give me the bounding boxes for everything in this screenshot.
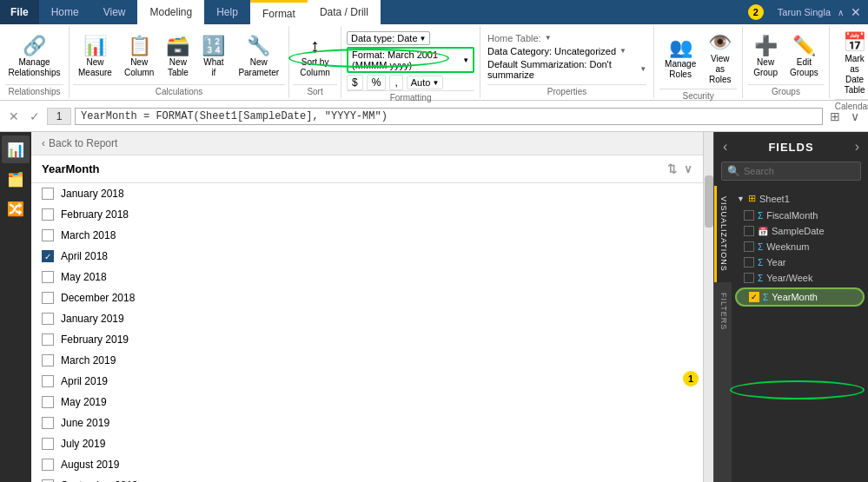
new-measure-button[interactable]: 📊 New Measure <box>73 31 117 82</box>
tree-item[interactable]: 📅SampleDate <box>732 223 868 239</box>
manage-relationships-button[interactable]: 🔗 Manage Relationships <box>4 31 63 82</box>
column-list-item[interactable]: ✓April 2018 <box>31 246 703 267</box>
tree-item-label: YearMonth <box>772 292 818 302</box>
tree-item-checkbox <box>744 226 754 236</box>
formula-check[interactable]: ✓ <box>26 109 43 123</box>
formula-input[interactable]: YearMonth = FORMAT(Sheet1[SampleDate], "… <box>75 108 823 125</box>
edit-groups-label: Edit Groups <box>790 57 818 78</box>
calendar-icon: 📅 <box>758 227 768 236</box>
tab-data-drill[interactable]: Data / Drill <box>308 0 381 24</box>
new-parameter-label: New Parameter <box>238 57 279 78</box>
column-item-label: January 2019 <box>61 313 124 325</box>
column-item-label: January 2018 <box>61 188 124 200</box>
home-table-arrow: ▼ <box>545 34 552 42</box>
scrollbar-track[interactable] <box>705 175 713 228</box>
nav-data-icon[interactable]: 🗂️ <box>2 165 30 193</box>
column-list-item[interactable]: August 2019 <box>31 454 703 475</box>
tree-item-label: FiscalMonth <box>766 210 818 221</box>
column-list-item[interactable]: July 2019 <box>31 433 703 454</box>
tree-item[interactable]: ΣYear <box>732 254 868 270</box>
tab-home[interactable]: Home <box>39 0 91 24</box>
tree-item[interactable]: ✓ΣYearMonth <box>735 287 865 307</box>
fields-search-input[interactable] <box>744 166 855 176</box>
format-dropdown[interactable]: Format: March 2001 (MMMM yyyy) ▼ <box>347 47 474 73</box>
column-name-label: YearMonth <box>42 162 99 175</box>
back-to-report-button[interactable]: ‹ Back to Report <box>31 132 703 155</box>
tree-item[interactable]: ΣYear/Week <box>732 270 868 286</box>
formula-row-num: 1 <box>47 108 71 125</box>
what-if-icon: 🔢 <box>202 35 225 57</box>
nav-report-icon[interactable]: 📊 <box>2 135 30 163</box>
close-icon[interactable]: ✕ <box>844 0 868 24</box>
auto-label: Auto <box>411 77 431 88</box>
edit-groups-button[interactable]: ✏️ Edit Groups <box>785 31 824 82</box>
tab-view[interactable]: View <box>91 0 138 24</box>
column-list-item[interactable]: March 2019 <box>31 350 703 371</box>
tree-item[interactable]: ΣFiscalMonth <box>732 208 868 223</box>
view-as-roles-label: View as Roles <box>708 54 732 85</box>
data-type-label: Data type: Date <box>351 33 417 43</box>
tree-item-checkbox <box>744 257 754 267</box>
column-sort-icon[interactable]: ⇅ <box>667 162 677 175</box>
what-if-button[interactable]: 🔢 What if <box>196 31 230 82</box>
tree-item-checkbox <box>744 241 754 252</box>
comma-button[interactable]: , <box>389 75 402 90</box>
sort-by-column-icon: ↕️ <box>310 35 320 57</box>
view-as-roles-button[interactable]: 👁️ View as Roles <box>703 28 737 89</box>
percent-button[interactable]: % <box>367 75 387 90</box>
column-item-label: April 2018 <box>61 250 108 262</box>
tab-visualizations[interactable]: VISUALIZATIONS <box>714 186 732 282</box>
column-list-item[interactable]: September 2019 <box>31 475 703 482</box>
tree-item[interactable]: ΣWeeknum <box>732 239 868 254</box>
tab-help[interactable]: Help <box>204 0 250 24</box>
column-item-label: May 2019 <box>61 396 107 408</box>
fields-panel-title: FIELDS <box>768 141 813 154</box>
new-group-label: New Group <box>753 57 778 78</box>
column-list-item[interactable]: January 2018 <box>31 183 703 204</box>
formula-cross[interactable]: ✕ <box>5 109 23 123</box>
fields-panel-left-arrow[interactable]: ‹ <box>723 139 727 155</box>
ribbon-group-sort: ↕️ Sort by Column Sort <box>289 26 341 98</box>
new-measure-label: New Measure <box>78 57 112 78</box>
column-list-item[interactable]: April 2019 <box>31 371 703 392</box>
nav-model-icon[interactable]: 🔀 <box>2 195 30 222</box>
column-item-label: March 2018 <box>61 229 116 241</box>
tab-filters[interactable]: FILTERS <box>714 282 732 340</box>
new-parameter-button[interactable]: 🔧 New Parameter <box>232 30 285 83</box>
tree-item-checkbox: ✓ <box>749 292 759 302</box>
tab-format[interactable]: Format <box>250 0 308 24</box>
column-list: January 2018February 2018March 2018✓Apri… <box>31 183 703 482</box>
column-list-item[interactable]: December 2018 <box>31 287 703 308</box>
new-column-button[interactable]: 📋 New Column <box>119 31 159 82</box>
new-group-button[interactable]: ➕ New Group <box>748 31 783 82</box>
data-category-label: Data Category: Uncategorized <box>487 46 616 56</box>
column-item-label: March 2019 <box>61 354 116 366</box>
tab-modeling[interactable]: Modeling <box>137 0 204 24</box>
column-filter-icon[interactable]: ∨ <box>684 162 692 175</box>
column-list-item[interactable]: February 2018 <box>31 204 703 225</box>
data-type-dropdown[interactable]: Data type: Date ▼ <box>347 31 430 45</box>
column-list-item[interactable]: March 2018 <box>31 225 703 246</box>
new-table-button[interactable]: 🗃️ New Table <box>161 31 195 82</box>
format-label: Format: March 2001 (MMMM yyyy) <box>352 50 461 70</box>
column-list-item[interactable]: January 2019 <box>31 308 703 329</box>
dollar-button[interactable]: $ <box>347 75 363 90</box>
sigma-icon: Σ <box>758 211 763 221</box>
column-item-checkbox: ✓ <box>42 250 54 262</box>
sort-group-label: Sort <box>293 84 337 96</box>
user-chevron[interactable]: ∧ <box>838 0 844 24</box>
column-item-checkbox <box>42 313 54 325</box>
tab-file[interactable]: File <box>0 0 39 24</box>
column-list-item[interactable]: May 2018 <box>31 267 703 287</box>
column-list-item[interactable]: February 2019 <box>31 329 703 350</box>
fields-panel-right-arrow[interactable]: › <box>855 139 859 155</box>
tree-section-sheet1[interactable]: ▼ ⊞ Sheet1 <box>732 189 868 208</box>
auto-dropdown[interactable]: Auto ▼ <box>407 76 444 89</box>
column-list-item[interactable]: June 2019 <box>31 413 703 433</box>
new-column-icon: 📋 <box>128 35 151 57</box>
column-item-label: August 2019 <box>61 459 119 471</box>
sort-by-column-button[interactable]: ↕️ Sort by Column <box>293 31 337 82</box>
column-list-item[interactable]: May 2019 <box>31 392 703 413</box>
manage-roles-button[interactable]: 👥 Manage Roles <box>659 33 701 83</box>
mark-as-date-button[interactable]: 📅 Mark as Date Table <box>835 28 868 99</box>
